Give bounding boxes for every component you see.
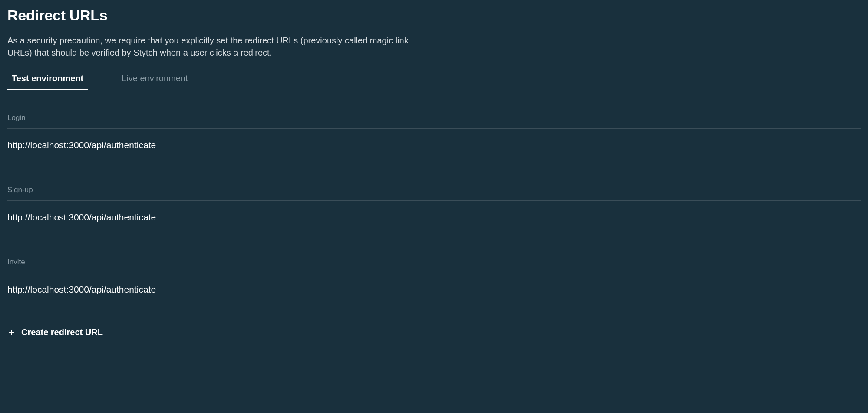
plus-icon: [7, 329, 15, 336]
section-invite: Invite http://localhost:3000/api/authent…: [7, 258, 861, 306]
section-signup: Sign-up http://localhost:3000/api/authen…: [7, 186, 861, 234]
url-row[interactable]: http://localhost:3000/api/authenticate: [7, 273, 861, 306]
url-row[interactable]: http://localhost:3000/api/authenticate: [7, 201, 861, 234]
tab-test-environment[interactable]: Test environment: [7, 70, 88, 90]
create-button-label: Create redirect URL: [21, 327, 103, 337]
tab-live-environment[interactable]: Live environment: [117, 70, 192, 90]
create-redirect-url-button[interactable]: Create redirect URL: [7, 327, 103, 337]
url-row[interactable]: http://localhost:3000/api/authenticate: [7, 129, 861, 162]
page-title: Redirect URLs: [7, 7, 861, 24]
section-label-signup: Sign-up: [7, 186, 861, 201]
section-label-login: Login: [7, 113, 861, 129]
page-description: As a security precaution, we require tha…: [7, 34, 416, 59]
section-login: Login http://localhost:3000/api/authenti…: [7, 113, 861, 162]
environment-tabs: Test environment Live environment: [7, 70, 861, 90]
section-label-invite: Invite: [7, 258, 861, 273]
